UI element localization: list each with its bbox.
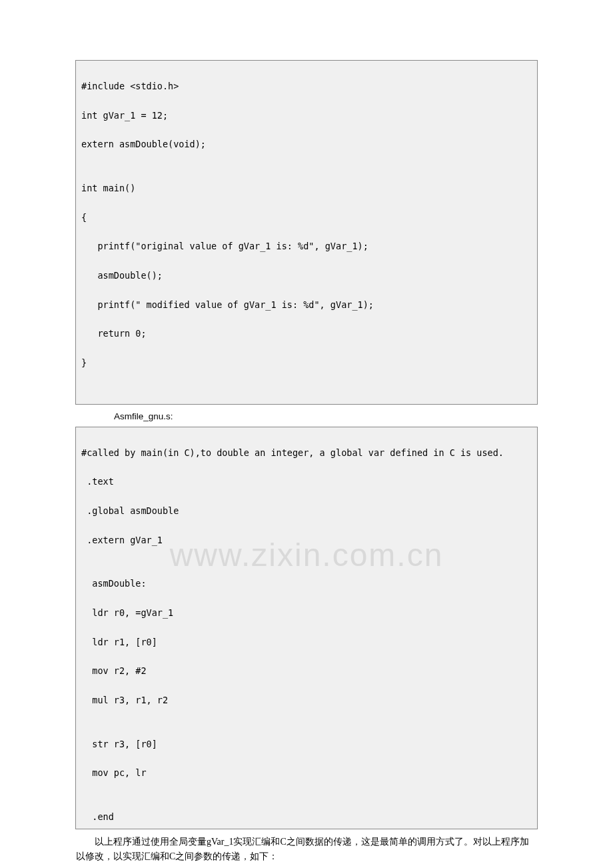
code-line: .global asmDouble <box>81 504 532 519</box>
code-line: mov pc, lr <box>81 766 532 781</box>
filename-label-asmfile: Asmfile_gnu.s: <box>75 410 538 424</box>
code-line: printf(" modified value of gVar_1 is: %d… <box>81 298 532 313</box>
code-line: asmDouble(); <box>81 269 532 283</box>
code-line <box>81 385 532 400</box>
document-page: #include <stdio.h> int gVar_1 = 12; exte… <box>0 0 613 868</box>
code-line: .text <box>81 475 532 489</box>
code-line: return 0; <box>81 327 532 341</box>
code-line: printf("original value of gVar_1 is: %d"… <box>81 239 532 254</box>
filename-label-main-c: main.c: <box>75 865 538 868</box>
code-line: int main() <box>81 181 532 196</box>
code-block-2: #called by main(in C),to double an integ… <box>75 427 538 829</box>
code-line: str r3, [r0] <box>81 737 532 752</box>
code-line: mul r3, r1, r2 <box>81 693 532 708</box>
code-line: #called by main(in C),to double an integ… <box>81 446 532 461</box>
code-line: #include <stdio.h> <box>81 79 532 94</box>
code-line: } <box>81 356 532 371</box>
code-line: .end <box>81 810 532 825</box>
paragraph-explanation: 以上程序通过使用全局变量gVar_1实现汇编和C之间数据的传递，这是最简单的调用… <box>75 835 538 863</box>
code-line: { <box>81 211 532 225</box>
watermark-container: #called by main(in C),to double an integ… <box>75 427 538 829</box>
code-line: int gVar_1 = 12; <box>81 109 532 123</box>
code-block-1: #include <stdio.h> int gVar_1 = 12; exte… <box>75 60 538 405</box>
code-line: .extern gVar_1 <box>81 533 532 548</box>
code-line: mov r2, #2 <box>81 664 532 679</box>
code-line: asmDouble: <box>81 577 532 591</box>
code-line: ldr r0, =gVar_1 <box>81 606 532 621</box>
code-line: extern asmDouble(void); <box>81 137 532 152</box>
code-line: ldr r1, [r0] <box>81 635 532 650</box>
